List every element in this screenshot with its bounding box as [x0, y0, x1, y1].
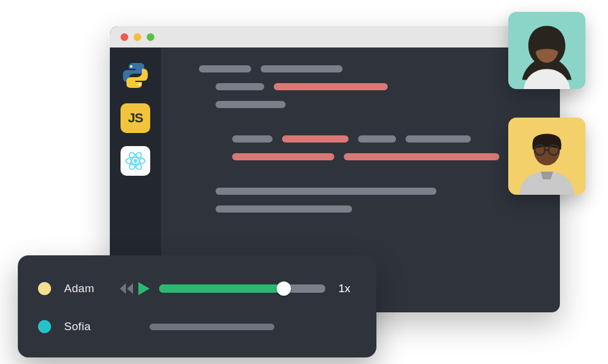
code-token	[232, 153, 334, 160]
code-line	[216, 83, 540, 90]
code-line	[216, 188, 540, 195]
code-token	[344, 153, 499, 160]
react-icon[interactable]	[121, 146, 150, 176]
rewind-button[interactable]	[119, 282, 134, 295]
code-token	[216, 205, 352, 213]
participant-name: Sofia	[64, 320, 119, 333]
code-line	[232, 135, 540, 143]
participant-color-dot	[38, 320, 51, 333]
code-token	[406, 135, 471, 143]
participant-avatar-adam[interactable]	[508, 118, 585, 195]
code-line	[199, 171, 540, 177]
window-titlebar	[110, 26, 560, 48]
code-token	[282, 135, 349, 143]
playback-row-adam: Adam 1x	[38, 271, 356, 306]
code-token	[261, 65, 343, 72]
code-token	[216, 188, 436, 195]
svg-point-0	[130, 65, 132, 68]
code-token	[232, 135, 273, 143]
code-token	[358, 135, 396, 143]
svg-point-1	[138, 83, 141, 86]
minimize-window-button[interactable]	[134, 33, 141, 41]
code-token	[216, 101, 286, 108]
code-token	[199, 65, 251, 72]
code-line	[199, 119, 540, 125]
participant-avatar-sofia[interactable]	[508, 12, 585, 89]
slider-fill	[159, 284, 284, 293]
playback-row-sofia: Sofia	[38, 309, 356, 344]
svg-point-2	[134, 159, 137, 163]
participant-color-dot	[38, 282, 51, 295]
maximize-window-button[interactable]	[147, 33, 154, 41]
slider-knob[interactable]	[277, 281, 291, 296]
participant-name: Adam	[64, 282, 119, 295]
play-button[interactable]	[137, 281, 151, 296]
javascript-icon-label: JS	[128, 110, 143, 126]
code-line	[216, 205, 540, 213]
code-token	[274, 83, 388, 90]
code-line	[199, 65, 540, 72]
code-line	[232, 153, 540, 160]
python-icon[interactable]	[121, 61, 150, 90]
javascript-icon[interactable]: JS	[121, 103, 150, 133]
code-token	[216, 83, 264, 90]
playback-panel: Adam 1x Sofia	[18, 255, 376, 357]
code-line	[216, 101, 540, 108]
close-window-button[interactable]	[121, 33, 128, 41]
playback-speed[interactable]: 1x	[338, 282, 350, 295]
timeline-marker[interactable]	[150, 324, 274, 330]
progress-slider[interactable]	[159, 284, 325, 293]
playback-controls	[119, 281, 151, 296]
